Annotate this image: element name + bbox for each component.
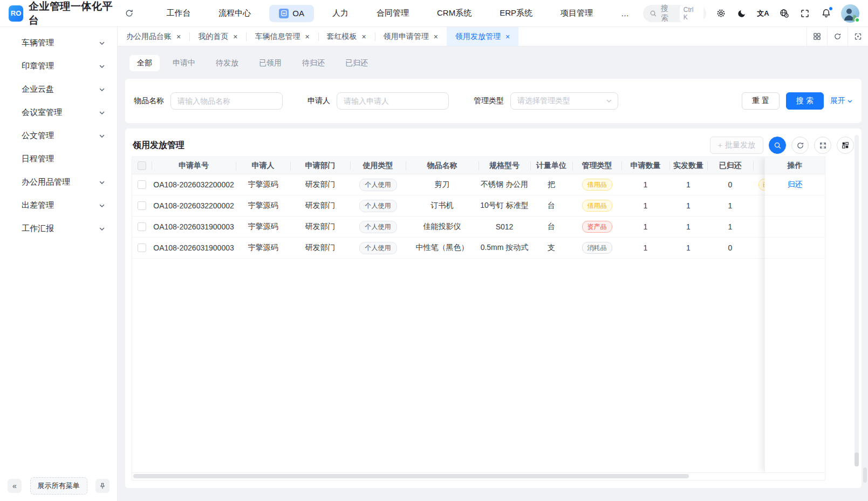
top-nav-item[interactable]: 人力	[323, 4, 358, 22]
status-filter-tab[interactable]: 待归还	[295, 55, 332, 71]
col-applicant: 申请人	[236, 157, 290, 174]
sidebar-menu-item[interactable]: 办公用品管理	[0, 171, 117, 194]
collapse-sidebar-button[interactable]: «	[8, 479, 22, 493]
horizontal-scrollbar-thumb[interactable]	[133, 474, 689, 478]
pin-icon[interactable]	[95, 479, 110, 493]
user-avatar[interactable]	[841, 4, 859, 23]
status-filter-tab[interactable]: 全部	[129, 55, 160, 71]
cell-item-name: 中性笔（黑色）	[406, 238, 479, 258]
fullscreen-icon[interactable]	[799, 8, 811, 19]
sidebar-item-label: 会议室管理	[22, 107, 99, 118]
tab-fullscreen-icon[interactable]	[848, 27, 868, 46]
top-nav-item[interactable]: 工作台	[156, 4, 200, 22]
cell-item-name: 佳能投影仪	[406, 216, 479, 237]
manage-type-select[interactable]: 请选择管理类型	[510, 92, 618, 110]
page-tab[interactable]: 车辆信息管理 ×	[246, 27, 318, 46]
chevron-down-icon	[99, 40, 105, 46]
manage-type-badge: 借用品	[582, 200, 612, 212]
translate-icon[interactable]: 文A	[757, 8, 769, 19]
page-tab[interactable]: 我的首页 ×	[189, 27, 246, 46]
sidebar-menu-item[interactable]: 企业云盘	[0, 78, 117, 101]
status-filter-tab[interactable]: 申请中	[165, 55, 203, 71]
cell-unit: 把	[530, 174, 572, 195]
top-nav-item[interactable]: 项目管理	[551, 4, 603, 22]
top-nav-label: 工作台	[166, 8, 190, 18]
timezone-globe-icon[interactable]	[778, 8, 790, 19]
tab-layout-grid-icon[interactable]	[807, 27, 827, 46]
page-tab[interactable]: 套红模板 ×	[318, 27, 375, 46]
header-refresh-icon[interactable]	[125, 9, 134, 18]
sidebar-item-label: 日程管理	[22, 154, 105, 164]
notifications-bell-icon[interactable]	[820, 8, 832, 19]
cell-returned-qty: 0	[707, 238, 753, 258]
sidebar-menu-item[interactable]: 公文管理	[0, 124, 117, 147]
page-tab-label: 领用发放管理	[455, 32, 501, 42]
row-checkbox[interactable]	[138, 180, 146, 189]
sidebar-menu-item[interactable]: 出差管理	[0, 194, 117, 217]
app-logo[interactable]: RO	[9, 5, 23, 22]
dark-mode-moon-icon[interactable]	[736, 8, 748, 19]
row-checkbox[interactable]	[138, 222, 146, 231]
top-nav-item[interactable]: CRM系统	[427, 4, 481, 22]
tab-close-icon[interactable]: ×	[233, 33, 237, 40]
reset-button[interactable]: 重 置	[742, 92, 780, 110]
settings-gear-icon[interactable]	[715, 8, 727, 19]
top-nav-item[interactable]: ERP系统	[490, 4, 542, 22]
search-button[interactable]: 搜 索	[786, 92, 824, 110]
header-actions: 搜索 Ctrl K 文A	[643, 4, 859, 23]
status-filter-tab[interactable]: 已领用	[251, 55, 289, 71]
cell-apply-qty: 1	[621, 238, 669, 258]
tab-close-icon[interactable]: ×	[505, 33, 510, 40]
sidebar-menu-item[interactable]: 印章管理	[0, 55, 117, 78]
vertical-scrollbar[interactable]	[855, 135, 859, 466]
cell-returned-qty: 1	[707, 216, 753, 237]
tab-refresh-icon[interactable]	[827, 27, 848, 46]
page-tab[interactable]: 办公用品台账 ×	[118, 27, 189, 46]
sidebar-item-label: 办公用品管理	[22, 177, 99, 187]
cell-order-no: OA108-2026032200002	[152, 195, 236, 216]
tab-close-icon[interactable]: ×	[305, 33, 309, 40]
top-nav-item[interactable]: …	[611, 5, 639, 22]
col-returned: 已归还	[707, 157, 753, 174]
select-all-checkbox[interactable]	[138, 161, 146, 170]
page-scrollbar-thumb[interactable]	[863, 468, 867, 483]
row-checkbox[interactable]	[138, 243, 146, 252]
top-nav-label: 项目管理	[561, 8, 593, 18]
show-all-menus-button[interactable]: 展示所有菜单	[30, 477, 87, 495]
top-nav-item[interactable]: 流程中心	[209, 4, 261, 22]
row-checkbox[interactable]	[138, 201, 146, 210]
search-icon	[650, 10, 657, 17]
page-tab[interactable]: 领用申请管理 ×	[375, 27, 447, 46]
table-refresh-button[interactable]	[791, 137, 809, 154]
sidebar-menu-item[interactable]: 车辆管理	[0, 31, 117, 55]
status-filter-tab[interactable]: 待发放	[208, 55, 246, 71]
table-row: OA108-2026031900003 宇擎源码 研发部门 个人使用 中性笔（黑…	[132, 238, 825, 259]
vertical-scrollbar-thumb[interactable]	[855, 452, 859, 466]
sidebar-menu-item[interactable]: 日程管理	[0, 147, 117, 171]
table-expand-button[interactable]	[814, 137, 831, 154]
sidebar-menu-item[interactable]: 会议室管理	[0, 101, 117, 124]
horizontal-scrollbar[interactable]	[132, 473, 825, 480]
return-link[interactable]: 归还	[788, 180, 803, 189]
sidebar-menu-item[interactable]: 工作汇报	[0, 217, 117, 240]
cell-apply-qty: 1	[621, 174, 669, 195]
cell-applicant: 宇擎源码	[236, 195, 290, 216]
online-status-dot	[855, 17, 860, 23]
top-nav-item[interactable]: OA	[269, 5, 314, 22]
top-nav-item[interactable]: 合同管理	[367, 4, 419, 22]
page-tab-bar: 办公用品台账 × 我的首页 × 车辆信息管理 × 套红模板	[118, 27, 868, 46]
tab-close-icon[interactable]: ×	[176, 33, 181, 40]
batch-issue-button[interactable]: + 批量发放	[710, 137, 763, 154]
page-tab[interactable]: 领用发放管理 ×	[447, 27, 518, 46]
use-type-badge: 个人使用	[359, 179, 397, 191]
status-filter-tab[interactable]: 已归还	[338, 55, 375, 71]
top-nav-label: 合同管理	[377, 8, 409, 18]
tab-close-icon[interactable]: ×	[362, 33, 366, 40]
expand-filters-link[interactable]: 展开	[830, 96, 853, 106]
column-settings-button[interactable]	[837, 137, 854, 154]
table-search-button[interactable]	[769, 137, 786, 154]
global-search-input[interactable]: 搜索 Ctrl K	[643, 5, 706, 22]
tab-close-icon[interactable]: ×	[434, 33, 438, 40]
item-name-input[interactable]	[170, 92, 283, 110]
applicant-input[interactable]	[337, 92, 449, 110]
